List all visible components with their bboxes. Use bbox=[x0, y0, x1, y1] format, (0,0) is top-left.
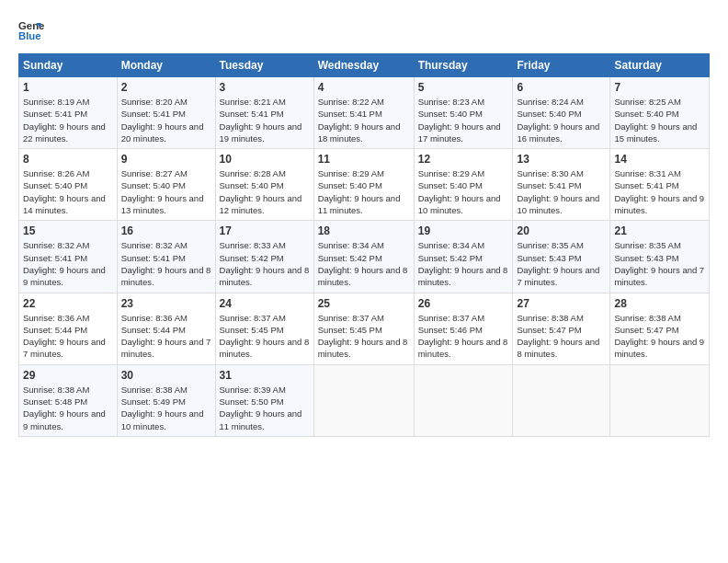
calendar-cell: 14Sunrise: 8:31 AMSunset: 5:41 PMDayligh… bbox=[610, 149, 710, 221]
calendar-cell: 13Sunrise: 8:30 AMSunset: 5:41 PMDayligh… bbox=[513, 149, 610, 221]
daylight-text: Daylight: 9 hours and 8 minutes. bbox=[220, 264, 310, 289]
daylight-text: Daylight: 9 hours and 19 minutes. bbox=[220, 121, 310, 145]
day-number: 30 bbox=[121, 369, 211, 382]
calendar-table: SundayMondayTuesdayWednesdayThursdayFrid… bbox=[18, 53, 710, 437]
sunrise-text: Sunrise: 8:38 AM bbox=[614, 312, 705, 324]
daylight-text: Daylight: 9 hours and 8 minutes. bbox=[418, 336, 509, 361]
day-number: 27 bbox=[517, 297, 606, 310]
sunset-text: Sunset: 5:40 PM bbox=[121, 179, 211, 191]
sunrise-text: Sunrise: 8:38 AM bbox=[121, 384, 211, 396]
sunrise-text: Sunrise: 8:20 AM bbox=[121, 96, 211, 108]
day-number: 19 bbox=[418, 224, 509, 237]
day-info: Sunrise: 8:32 AMSunset: 5:41 PMDaylight:… bbox=[23, 239, 113, 288]
sunset-text: Sunset: 5:41 PM bbox=[318, 108, 410, 120]
calendar-cell: 11Sunrise: 8:29 AMSunset: 5:40 PMDayligh… bbox=[313, 149, 414, 221]
calendar-page: General Blue SundayMondayTuesdayWednesda… bbox=[0, 0, 728, 448]
sunset-text: Sunset: 5:41 PM bbox=[23, 108, 113, 120]
sunrise-text: Sunrise: 8:26 AM bbox=[23, 167, 113, 179]
day-info: Sunrise: 8:36 AMSunset: 5:44 PMDaylight:… bbox=[121, 312, 211, 361]
daylight-text: Daylight: 9 hours and 8 minutes. bbox=[318, 336, 410, 361]
weekday-header-wednesday: Wednesday bbox=[313, 54, 414, 77]
daylight-text: Daylight: 9 hours and 8 minutes. bbox=[121, 264, 211, 289]
daylight-text: Daylight: 9 hours and 11 minutes. bbox=[318, 192, 410, 217]
day-info: Sunrise: 8:27 AMSunset: 5:40 PMDaylight:… bbox=[121, 167, 211, 216]
day-info: Sunrise: 8:35 AMSunset: 5:43 PMDaylight:… bbox=[614, 239, 705, 288]
day-number: 25 bbox=[318, 297, 410, 310]
sunset-text: Sunset: 5:42 PM bbox=[220, 252, 310, 264]
day-info: Sunrise: 8:38 AMSunset: 5:47 PMDaylight:… bbox=[517, 312, 606, 361]
calendar-cell: 7Sunrise: 8:25 AMSunset: 5:40 PMDaylight… bbox=[610, 77, 710, 149]
weekday-header-tuesday: Tuesday bbox=[215, 54, 313, 77]
sunset-text: Sunset: 5:41 PM bbox=[614, 179, 705, 191]
sunset-text: Sunset: 5:48 PM bbox=[23, 396, 113, 408]
logo-icon: General Blue bbox=[18, 17, 44, 42]
sunrise-text: Sunrise: 8:38 AM bbox=[517, 312, 606, 324]
sunset-text: Sunset: 5:40 PM bbox=[318, 179, 410, 191]
day-info: Sunrise: 8:38 AMSunset: 5:49 PMDaylight:… bbox=[121, 384, 211, 432]
day-number: 5 bbox=[418, 81, 509, 94]
calendar-cell: 6Sunrise: 8:24 AMSunset: 5:40 PMDaylight… bbox=[513, 77, 610, 149]
day-info: Sunrise: 8:22 AMSunset: 5:41 PMDaylight:… bbox=[318, 96, 410, 144]
sunrise-text: Sunrise: 8:33 AM bbox=[220, 239, 310, 251]
daylight-text: Daylight: 9 hours and 7 minutes. bbox=[23, 336, 113, 361]
day-number: 14 bbox=[614, 153, 705, 166]
day-number: 23 bbox=[121, 297, 211, 310]
sunset-text: Sunset: 5:41 PM bbox=[23, 252, 113, 264]
day-number: 9 bbox=[121, 153, 211, 166]
sunset-text: Sunset: 5:41 PM bbox=[220, 108, 310, 120]
daylight-text: Daylight: 9 hours and 18 minutes. bbox=[318, 121, 410, 145]
calendar-cell: 12Sunrise: 8:29 AMSunset: 5:40 PMDayligh… bbox=[414, 149, 513, 221]
sunset-text: Sunset: 5:43 PM bbox=[614, 252, 705, 264]
sunrise-text: Sunrise: 8:39 AM bbox=[220, 384, 310, 396]
day-number: 11 bbox=[318, 153, 410, 166]
day-info: Sunrise: 8:21 AMSunset: 5:41 PMDaylight:… bbox=[220, 96, 310, 144]
day-info: Sunrise: 8:24 AMSunset: 5:40 PMDaylight:… bbox=[517, 96, 606, 144]
daylight-text: Daylight: 9 hours and 15 minutes. bbox=[614, 121, 705, 145]
sunrise-text: Sunrise: 8:37 AM bbox=[418, 312, 509, 324]
calendar-cell bbox=[414, 364, 513, 436]
calendar-cell bbox=[513, 364, 610, 436]
sunset-text: Sunset: 5:40 PM bbox=[418, 108, 509, 120]
daylight-text: Daylight: 9 hours and 20 minutes. bbox=[121, 121, 211, 145]
day-number: 21 bbox=[614, 224, 705, 237]
sunrise-text: Sunrise: 8:30 AM bbox=[517, 167, 606, 179]
sunrise-text: Sunrise: 8:22 AM bbox=[318, 96, 410, 108]
sunrise-text: Sunrise: 8:35 AM bbox=[614, 239, 705, 251]
daylight-text: Daylight: 9 hours and 14 minutes. bbox=[23, 192, 113, 217]
sunset-text: Sunset: 5:41 PM bbox=[121, 252, 211, 264]
calendar-cell: 22Sunrise: 8:36 AMSunset: 5:44 PMDayligh… bbox=[19, 293, 118, 364]
sunrise-text: Sunrise: 8:34 AM bbox=[318, 239, 410, 251]
sunset-text: Sunset: 5:40 PM bbox=[418, 179, 509, 191]
daylight-text: Daylight: 9 hours and 9 minutes. bbox=[23, 408, 113, 432]
calendar-cell: 9Sunrise: 8:27 AMSunset: 5:40 PMDaylight… bbox=[117, 149, 215, 221]
daylight-text: Daylight: 9 hours and 10 minutes. bbox=[418, 192, 509, 217]
sunrise-text: Sunrise: 8:23 AM bbox=[418, 96, 509, 108]
daylight-text: Daylight: 9 hours and 9 minutes. bbox=[614, 336, 705, 361]
sunset-text: Sunset: 5:40 PM bbox=[614, 108, 705, 120]
sunrise-text: Sunrise: 8:37 AM bbox=[220, 312, 310, 324]
sunset-text: Sunset: 5:40 PM bbox=[23, 179, 113, 191]
calendar-cell: 30Sunrise: 8:38 AMSunset: 5:49 PMDayligh… bbox=[117, 364, 215, 436]
day-number: 22 bbox=[23, 297, 113, 310]
weekday-header-friday: Friday bbox=[513, 54, 610, 77]
sunset-text: Sunset: 5:46 PM bbox=[418, 324, 509, 336]
day-number: 3 bbox=[220, 81, 310, 94]
weekday-header-saturday: Saturday bbox=[610, 54, 710, 77]
daylight-text: Daylight: 9 hours and 10 minutes. bbox=[121, 408, 211, 432]
day-info: Sunrise: 8:33 AMSunset: 5:42 PMDaylight:… bbox=[220, 239, 310, 288]
sunrise-text: Sunrise: 8:31 AM bbox=[614, 167, 705, 179]
day-info: Sunrise: 8:35 AMSunset: 5:43 PMDaylight:… bbox=[517, 239, 606, 288]
sunrise-text: Sunrise: 8:19 AM bbox=[23, 96, 113, 108]
sunrise-text: Sunrise: 8:29 AM bbox=[418, 167, 509, 179]
calendar-cell: 10Sunrise: 8:28 AMSunset: 5:40 PMDayligh… bbox=[215, 149, 313, 221]
day-number: 26 bbox=[418, 297, 509, 310]
day-number: 1 bbox=[23, 81, 113, 94]
day-number: 10 bbox=[220, 153, 310, 166]
daylight-text: Daylight: 9 hours and 13 minutes. bbox=[121, 192, 211, 217]
sunrise-text: Sunrise: 8:34 AM bbox=[418, 239, 509, 251]
daylight-text: Daylight: 9 hours and 10 minutes. bbox=[517, 192, 606, 217]
day-info: Sunrise: 8:30 AMSunset: 5:41 PMDaylight:… bbox=[517, 167, 606, 216]
daylight-text: Daylight: 9 hours and 7 minutes. bbox=[614, 264, 705, 289]
calendar-cell: 15Sunrise: 8:32 AMSunset: 5:41 PMDayligh… bbox=[19, 221, 118, 293]
day-number: 2 bbox=[121, 81, 211, 94]
